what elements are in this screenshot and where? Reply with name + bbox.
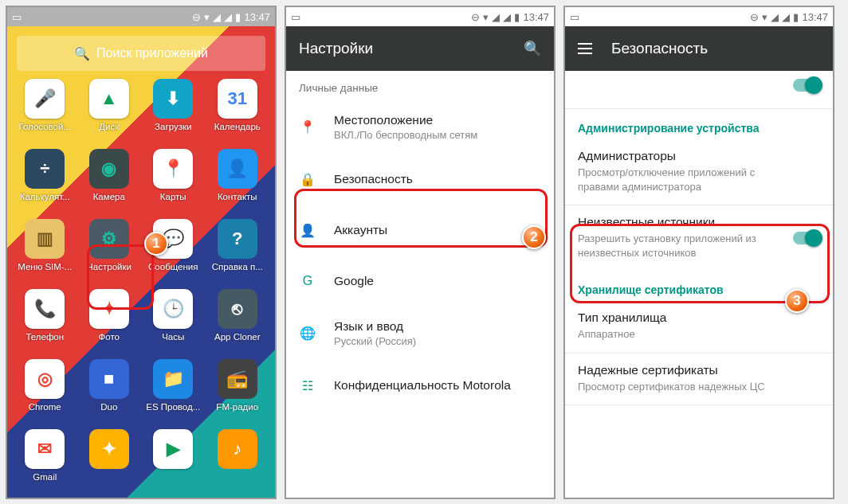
app-icon: ▲ — [89, 79, 129, 119]
app-label: Сообщения — [148, 262, 198, 272]
settings-row-4[interactable]: 🌐Язык и вводРусский (Россия) — [286, 307, 554, 360]
phone-settings: ▭ ⊖ ▾ ◢ ◢ ▮ 13:47 Настройки 🔍 Личные дан… — [285, 6, 556, 499]
row-unknown-sources[interactable]: Неизвестные источники Разрешить установк… — [565, 205, 833, 271]
row-administrators[interactable]: Администраторы Просмотр/отключение прило… — [565, 139, 833, 205]
app-label: Диск — [99, 122, 119, 131]
wifi-icon: ▾ — [204, 11, 210, 23]
app-Часы[interactable]: 🕒Часы — [142, 289, 205, 357]
app-label: Голосовой... — [19, 122, 72, 131]
settings-row-title: Местоположение — [334, 113, 477, 127]
battery-icon: ▮ — [235, 11, 241, 23]
app-Фото[interactable]: ✦Фото — [78, 289, 141, 357]
search-icon[interactable]: 🔍 — [524, 40, 541, 57]
app-grid: 🎤Голосовой...▲Диск⬇Загрузки31Календарь÷К… — [14, 79, 269, 498]
section-cert: Хранилище сертификатов — [565, 271, 833, 301]
app-icon: ⎋ — [218, 289, 257, 329]
row-sub: Аппаратное — [578, 327, 777, 342]
app-icon: ▥ — [25, 219, 65, 259]
app-Справка п...[interactable]: ?Справка п... — [206, 219, 269, 287]
settings-row-sub: Русский (Россия) — [334, 335, 416, 347]
status-bar: ▭ ⊖ ▾ ◢ ◢ ▮ 13:47 — [565, 7, 833, 26]
app-Сообщения[interactable]: 💬Сообщения — [142, 219, 205, 287]
wifi-icon: ▾ — [762, 11, 768, 23]
app-Калькулят...[interactable]: ÷Калькулят... — [14, 149, 77, 217]
row-title: Тип хранилища — [578, 311, 820, 325]
settings-row-title: Язык и ввод — [334, 319, 416, 334]
app-label: Телефон — [26, 332, 64, 342]
settings-row-3[interactable]: GGoogle — [286, 256, 554, 307]
dnd-icon: ⊖ — [750, 11, 759, 23]
app-icon: 👤 — [218, 149, 257, 189]
row-storage-type[interactable]: Тип хранилища Аппаратное — [565, 301, 833, 353]
app-Загрузки[interactable]: ⬇Загрузки — [142, 79, 205, 147]
battery-icon: ▮ — [793, 11, 799, 23]
settings-row-2[interactable]: 👤Аккаунты — [286, 205, 554, 256]
app-slot-22[interactable]: ▶ — [142, 429, 205, 498]
settings-row-title: Конфиденциальность Motorola — [334, 378, 511, 393]
app-icon: ⬇ — [153, 79, 193, 119]
app-Голосовой...[interactable]: 🎤Голосовой... — [14, 79, 77, 147]
app-label: Часы — [162, 332, 184, 342]
app-icon: ⚙ — [89, 219, 129, 259]
settings-appbar: Настройки 🔍 — [286, 26, 554, 71]
app-App Cloner[interactable]: ⎋App Cloner — [206, 289, 269, 357]
signal-icon-2: ◢ — [503, 11, 511, 23]
app-Настройки[interactable]: ⚙Настройки — [78, 219, 141, 287]
app-drawer: 🔍 Поиск приложений 🎤Голосовой...▲Диск⬇За… — [7, 26, 275, 498]
app-ES Провод...[interactable]: 📁ES Провод... — [142, 359, 205, 428]
settings-row-title: Google — [334, 274, 374, 288]
row-trusted-certs[interactable]: Надежные сертификаты Просмотр сертификат… — [565, 354, 833, 405]
app-icon: ◎ — [25, 359, 65, 399]
row-partial-top[interactable] — [565, 71, 833, 109]
app-label: Gmail — [33, 472, 57, 482]
app-Контакты[interactable]: 👤Контакты — [206, 149, 269, 217]
app-Диск[interactable]: ▲Диск — [78, 79, 141, 147]
app-FM-радио[interactable]: 📻FM-радио — [206, 359, 269, 428]
app-label: Калькулят... — [20, 192, 70, 201]
app-Gmail[interactable]: ✉Gmail — [14, 429, 77, 498]
app-Камера[interactable]: ◉Камера — [78, 149, 141, 217]
app-Меню SIM-...[interactable]: ▥Меню SIM-... — [14, 219, 77, 287]
dnd-icon: ⊖ — [471, 11, 480, 23]
clock: 13:47 — [802, 11, 828, 23]
app-label: Настройки — [87, 262, 132, 272]
app-Календарь[interactable]: 31Календарь — [206, 79, 269, 147]
settings-row-icon: 📍 — [299, 119, 316, 135]
app-icon: 🕒 — [153, 289, 193, 329]
app-Chrome[interactable]: ◎Chrome — [14, 359, 77, 428]
search-input[interactable]: 🔍 Поиск приложений — [17, 36, 265, 71]
signal-icon-2: ◢ — [224, 11, 232, 23]
app-icon: 📞 — [25, 289, 65, 329]
wifi-icon: ▾ — [483, 11, 489, 23]
settings-row-1[interactable]: 🔒Безопасность — [286, 154, 554, 205]
signal-icon: ◢ — [213, 11, 221, 23]
app-slot-21[interactable]: ✦ — [78, 429, 141, 498]
app-icon: 💬 — [153, 219, 193, 259]
app-icon: ♪ — [218, 429, 257, 469]
app-Карты[interactable]: 📍Карты — [142, 149, 205, 217]
app-icon: 31 — [218, 79, 257, 119]
app-slot-23[interactable]: ♪ — [206, 429, 269, 498]
row-title: Администраторы — [578, 149, 820, 163]
toggle-unknown-sources[interactable] — [793, 232, 820, 244]
app-label: Справка п... — [212, 262, 263, 272]
search-icon: 🔍 — [74, 46, 90, 61]
toggle-partial[interactable] — [793, 79, 820, 92]
signal-icon: ◢ — [492, 11, 500, 23]
settings-row-5[interactable]: ☷Конфиденциальность Motorola — [286, 360, 554, 411]
menu-button[interactable] — [578, 48, 592, 49]
app-icon: ÷ — [25, 149, 65, 189]
app-label: Контакты — [218, 192, 257, 201]
settings-row-title: Безопасность — [334, 172, 413, 186]
app-icon: ▶ — [153, 429, 193, 469]
app-Телефон[interactable]: 📞Телефон — [14, 289, 77, 357]
app-Duo[interactable]: ■Duo — [78, 359, 141, 428]
settings-row-sub: ВКЛ./По беспроводным сетям — [334, 129, 477, 141]
appbar-title: Безопасность — [611, 40, 708, 57]
settings-row-0[interactable]: 📍МестоположениеВКЛ./По беспроводным сетя… — [286, 100, 554, 154]
row-sub: Просмотр сертификатов надежных ЦС — [578, 380, 777, 394]
app-icon: ◉ — [89, 149, 129, 189]
app-label: Фото — [99, 332, 120, 342]
app-label: Камера — [93, 192, 125, 201]
app-label: Календарь — [214, 122, 261, 131]
